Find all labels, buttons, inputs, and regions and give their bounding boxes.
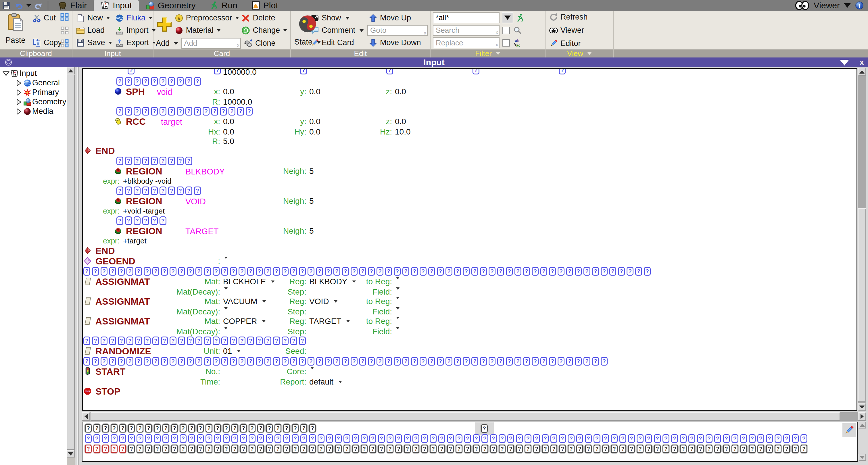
- card-name[interactable]: REGION: [126, 166, 162, 177]
- unknown-glyph-box[interactable]: ?: [152, 337, 159, 345]
- unknown-glyph-box[interactable]: ?: [240, 434, 247, 443]
- view-group-menu[interactable]: View: [546, 50, 613, 58]
- unknown-glyph-box[interactable]: ?: [178, 267, 185, 276]
- unknown-glyph-box[interactable]: ?: [109, 357, 116, 366]
- unknown-glyph-box[interactable]: ?: [592, 357, 599, 366]
- unknown-glyph-box[interactable]: ?: [335, 434, 342, 443]
- unknown-glyph-box[interactable]: ?: [128, 434, 135, 443]
- unknown-glyph-box[interactable]: ?: [635, 267, 642, 276]
- unknown-glyph-box[interactable]: ?: [273, 267, 280, 276]
- unknown-glyph-box[interactable]: ?: [386, 68, 393, 74]
- unknown-glyph-box[interactable]: ?: [221, 357, 228, 366]
- unknown-glyph-box[interactable]: ?: [231, 424, 238, 433]
- field-value[interactable]: [309, 367, 314, 369]
- unknown-glyph-box[interactable]: ?: [171, 434, 178, 443]
- save-input-button[interactable]: Save: [75, 36, 112, 49]
- unknown-glyph-box[interactable]: ?: [575, 267, 582, 276]
- unknown-glyph-box[interactable]: ?: [194, 187, 201, 195]
- unknown-glyph-box[interactable]: ?: [482, 434, 488, 443]
- unknown-glyph-box[interactable]: ?: [309, 434, 316, 443]
- unknown-glyph-box[interactable]: ?: [273, 357, 280, 366]
- unknown-glyph-box[interactable]: ?: [214, 444, 221, 453]
- unknown-glyph-box[interactable]: ?: [265, 267, 271, 276]
- unknown-glyph-box[interactable]: ?: [125, 157, 132, 165]
- unknown-glyph-box[interactable]: ?: [740, 444, 747, 453]
- unknown-glyph-box[interactable]: ?: [378, 434, 385, 443]
- unknown-glyph-box[interactable]: ?: [533, 444, 540, 453]
- unknown-glyph-box[interactable]: ?: [213, 357, 220, 366]
- unknown-glyph-box[interactable]: ?: [671, 444, 678, 453]
- panel-menu-arrow[interactable]: [840, 60, 849, 65]
- unknown-glyph-box[interactable]: ?: [188, 424, 195, 433]
- unknown-glyph-box[interactable]: ?: [499, 444, 505, 453]
- unknown-glyph-box[interactable]: ?: [111, 434, 118, 443]
- expander-closed-icon[interactable]: [15, 108, 23, 115]
- unknown-glyph-box[interactable]: ?: [532, 267, 538, 276]
- unknown-glyph-box[interactable]: ?: [266, 434, 273, 443]
- unknown-glyph-box[interactable]: ?: [454, 357, 461, 366]
- unknown-glyph-box[interactable]: ?: [516, 444, 523, 453]
- unknown-glyph-box[interactable]: ?: [732, 434, 738, 443]
- unknown-glyph-box[interactable]: ?: [136, 434, 144, 443]
- unknown-glyph-box[interactable]: ?: [480, 267, 487, 276]
- card-sdum[interactable]: VOID: [185, 197, 206, 206]
- unknown-glyph-box[interactable]: ?: [246, 107, 253, 116]
- unknown-glyph-box[interactable]: ?: [369, 444, 376, 453]
- unknown-glyph-box[interactable]: ?: [142, 157, 149, 165]
- detail-vscrollbar[interactable]: [859, 422, 866, 462]
- clone-button[interactable]: Clone: [243, 37, 277, 50]
- sidebar-item-primary[interactable]: Primary: [0, 88, 67, 97]
- unknown-glyph-box[interactable]: ?: [368, 357, 375, 366]
- unknown-glyph-box[interactable]: ?: [318, 444, 324, 453]
- unknown-glyph-box[interactable]: ?: [249, 434, 255, 443]
- unknown-glyph-box[interactable]: ?: [359, 357, 366, 366]
- unknown-glyph-box[interactable]: ?: [766, 434, 773, 443]
- unknown-glyph-box[interactable]: ?: [292, 424, 299, 433]
- unknown-glyph-box[interactable]: ?: [559, 68, 566, 74]
- unknown-glyph-box[interactable]: ?: [102, 424, 109, 433]
- dropdown-arrow-icon[interactable]: [396, 297, 400, 299]
- unknown-glyph-box[interactable]: ?: [239, 337, 245, 345]
- unknown-glyph-box[interactable]: ?: [142, 77, 149, 86]
- search-input[interactable]: [433, 25, 499, 36]
- unknown-glyph-box[interactable]: ?: [566, 267, 573, 276]
- sidebar-item-general[interactable]: General: [0, 78, 67, 88]
- unknown-glyph-box[interactable]: ?: [376, 267, 383, 276]
- unknown-glyph-box[interactable]: ?: [575, 357, 582, 366]
- unknown-glyph-box[interactable]: ?: [549, 357, 556, 366]
- unknown-glyph-box[interactable]: ?: [602, 434, 609, 443]
- unknown-glyph-box[interactable]: ?: [188, 444, 195, 453]
- unknown-glyph-box[interactable]: ?: [438, 444, 445, 453]
- unknown-glyph-box[interactable]: ?: [376, 357, 383, 366]
- unknown-glyph-box[interactable]: ?: [257, 444, 264, 453]
- filter-group-menu[interactable]: Filter: [431, 50, 545, 58]
- unknown-glyph-box[interactable]: ?: [404, 434, 411, 443]
- unknown-glyph-box[interactable]: ?: [83, 337, 90, 345]
- unknown-glyph-box[interactable]: ?: [249, 444, 255, 453]
- unknown-glyph-box[interactable]: ?: [223, 434, 230, 443]
- unknown-glyph-box[interactable]: ?: [515, 267, 521, 276]
- paste-button[interactable]: Paste: [4, 12, 26, 45]
- unknown-glyph-box[interactable]: ?: [601, 357, 608, 366]
- field-value[interactable]: 0.0: [395, 87, 406, 96]
- export-button[interactable]: Export: [114, 36, 157, 49]
- unknown-glyph-box[interactable]: ?: [343, 434, 350, 443]
- unknown-glyph-box[interactable]: ?: [177, 77, 184, 86]
- unknown-glyph-box[interactable]: ?: [102, 434, 109, 443]
- unknown-glyph-box[interactable]: ?: [83, 267, 90, 276]
- field-value[interactable]: [223, 257, 228, 259]
- unknown-glyph-box[interactable]: ?: [611, 434, 618, 443]
- unknown-glyph-box[interactable]: ?: [159, 107, 166, 116]
- unknown-glyph-box[interactable]: ?: [126, 337, 133, 345]
- change-button[interactable]: Change: [240, 24, 288, 36]
- edit-detail-button[interactable]: [842, 423, 856, 437]
- unknown-glyph-box[interactable]: ?: [525, 444, 531, 453]
- unknown-glyph-box[interactable]: ?: [584, 267, 590, 276]
- unknown-glyph-box[interactable]: ?: [386, 434, 394, 443]
- unknown-glyph-box[interactable]: ?: [368, 267, 375, 276]
- card-name[interactable]: END: [95, 146, 115, 156]
- unknown-glyph-box[interactable]: ?: [550, 444, 557, 453]
- unknown-glyph-box[interactable]: ?: [395, 444, 402, 453]
- field-value[interactable]: [395, 317, 400, 319]
- unknown-glyph-box[interactable]: ?: [203, 107, 210, 116]
